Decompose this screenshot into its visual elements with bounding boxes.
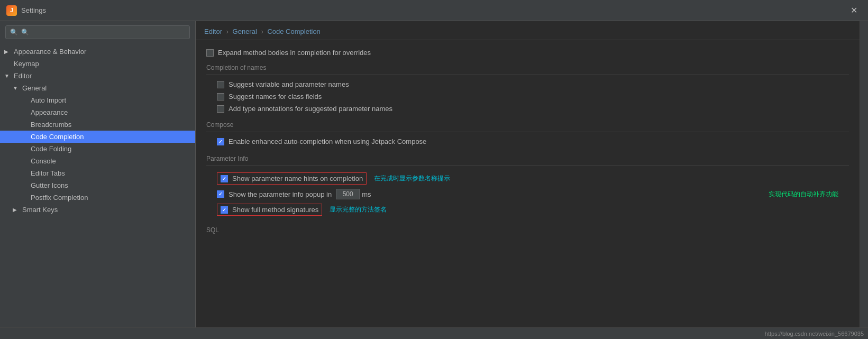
- sidebar-item-label: Smart Keys: [22, 206, 58, 214]
- sidebar-item-label: Console: [31, 157, 56, 165]
- sidebar-item-label: Editor: [14, 72, 32, 80]
- sidebar-item-general[interactable]: ▼ General: [0, 82, 195, 94]
- show-full-method-cn-note: 显示完整的方法签名: [330, 205, 387, 214]
- enable-enhanced-checkbox[interactable]: [217, 138, 224, 145]
- window-title: Settings: [21, 6, 46, 14]
- sidebar-item-appearance-behavior[interactable]: ▶ Appearance & Behavior: [0, 45, 195, 58]
- show-param-hints-cn-note: 在完成时显示参数名称提示: [374, 174, 450, 183]
- sidebar-item-postfix-completion[interactable]: Postfix Completion: [0, 191, 195, 204]
- sidebar-item-label: Postfix Completion: [31, 194, 88, 201]
- sidebar-item-editor-tabs[interactable]: Editor Tabs: [0, 167, 195, 179]
- sidebar-item-label: General: [22, 84, 47, 92]
- sidebar-item-code-completion[interactable]: Code Completion: [0, 131, 195, 143]
- sidebar-item-code-folding[interactable]: Code Folding: [0, 143, 195, 155]
- sidebar-item-breadcrumbs[interactable]: Breadcrumbs: [0, 118, 195, 131]
- search-input[interactable]: [21, 29, 185, 36]
- sidebar: 🔍 ▶ Appearance & Behavior Keymap ▼ Edito…: [0, 21, 196, 327]
- popup-ms-input[interactable]: [336, 189, 360, 199]
- main-container: 🔍 ▶ Appearance & Behavior Keymap ▼ Edito…: [0, 21, 868, 327]
- show-popup-checkbox[interactable]: [217, 190, 224, 198]
- suggest-variable-row: Suggest variable and parameter names: [206, 78, 849, 90]
- expand-arrow-smart-keys: ▶: [13, 207, 19, 213]
- parameter-info-section: Parameter Info Show parameter name hints…: [206, 155, 849, 218]
- enable-enhanced-label: Enable enhanced auto-completion when usi…: [229, 138, 426, 145]
- expand-method-row: Expand method bodies in completion for o…: [206, 47, 849, 59]
- sidebar-item-gutter-icons[interactable]: Gutter Icons: [0, 179, 195, 191]
- app-icon: J: [6, 5, 17, 16]
- expand-arrow-appearance-behavior: ▶: [4, 49, 11, 54]
- completion-of-names-header: Completion of names: [206, 64, 849, 71]
- show-popup-label: Show the parameter info popup in: [229, 190, 332, 198]
- sidebar-item-smart-keys[interactable]: ▶ Smart Keys: [0, 204, 195, 216]
- right-edge: [860, 21, 868, 327]
- content-area: Editor › General › Code Completion Expan…: [196, 21, 860, 327]
- sidebar-item-label: Code Completion: [31, 133, 84, 141]
- show-popup-row: Show the parameter info popup in ms 实现代码…: [206, 187, 849, 201]
- sidebar-item-label: Keymap: [14, 60, 39, 68]
- show-param-hints-row: Show parameter name hints on completion …: [206, 170, 849, 187]
- search-icon: 🔍: [10, 29, 18, 36]
- sidebar-item-console[interactable]: Console: [0, 155, 195, 167]
- sidebar-tree: ▶ Appearance & Behavior Keymap ▼ Editor …: [0, 43, 195, 327]
- enable-enhanced-row: Enable enhanced auto-completion when usi…: [206, 135, 849, 148]
- parameter-info-divider: [206, 166, 849, 166]
- title-bar: J Settings ✕: [0, 0, 868, 21]
- add-type-annotations-row: Add type annotations for suggested param…: [206, 103, 849, 115]
- status-bar: https://blog.csdn.net/weixin_56679035: [0, 327, 868, 339]
- expand-arrow-general: ▼: [13, 85, 19, 91]
- compose-divider: [206, 132, 849, 132]
- sql-label: SQL: [206, 226, 849, 234]
- sidebar-item-auto-import[interactable]: Auto Import: [0, 94, 195, 106]
- sidebar-item-label: Appearance: [31, 108, 68, 116]
- suggest-class-row: Suggest names for class fields: [206, 90, 849, 103]
- expand-method-checkbox[interactable]: [206, 49, 214, 57]
- breadcrumb: Editor › General › Code Completion: [196, 21, 860, 40]
- suggest-class-checkbox[interactable]: [217, 93, 224, 100]
- sidebar-item-label: Code Folding: [31, 145, 71, 153]
- sidebar-item-appearance[interactable]: Appearance: [0, 106, 195, 118]
- expand-method-label: Expand method bodies in completion for o…: [218, 49, 371, 57]
- suggest-class-label: Suggest names for class fields: [229, 93, 322, 100]
- sidebar-item-editor[interactable]: ▼ Editor: [0, 70, 195, 82]
- settings-content: Expand method bodies in completion for o…: [196, 40, 860, 327]
- title-bar-left: J Settings: [6, 5, 46, 16]
- suggest-variable-label: Suggest variable and parameter names: [229, 80, 349, 88]
- sidebar-item-keymap[interactable]: Keymap: [0, 58, 195, 70]
- ms-label: ms: [362, 190, 371, 198]
- show-full-method-label: Show full method signatures: [232, 206, 318, 214]
- completion-of-names-divider: [206, 75, 849, 75]
- expand-arrow-editor: ▼: [4, 73, 11, 79]
- sidebar-item-label: Editor Tabs: [31, 169, 65, 177]
- show-popup-cn-note-right: 实现代码的自动补齐功能: [769, 190, 838, 199]
- show-param-hints-checkbox[interactable]: [221, 175, 228, 182]
- sidebar-item-label: Appearance & Behavior: [14, 48, 86, 56]
- popup-row-wrapper: Show the parameter info popup in ms 实现代码…: [217, 189, 849, 199]
- sidebar-item-label: Breadcrumbs: [31, 121, 71, 129]
- sidebar-item-label: Gutter Icons: [31, 181, 68, 189]
- show-param-hints-label: Show parameter name hints on completion: [232, 175, 363, 182]
- search-box[interactable]: 🔍: [5, 25, 190, 39]
- parameter-info-header: Parameter Info: [206, 155, 849, 162]
- status-url: https://blog.csdn.net/weixin_56679035: [765, 331, 864, 337]
- sidebar-item-label: Auto Import: [31, 96, 66, 104]
- add-type-annotations-checkbox[interactable]: [217, 105, 224, 113]
- close-button[interactable]: ✕: [846, 3, 862, 17]
- suggest-variable-checkbox[interactable]: [217, 81, 224, 88]
- compose-header: Compose: [206, 121, 849, 129]
- add-type-annotations-label: Add type annotations for suggested param…: [229, 105, 392, 113]
- show-full-method-row: Show full method signatures 显示完整的方法签名: [206, 201, 849, 218]
- show-full-method-checkbox[interactable]: [221, 206, 228, 214]
